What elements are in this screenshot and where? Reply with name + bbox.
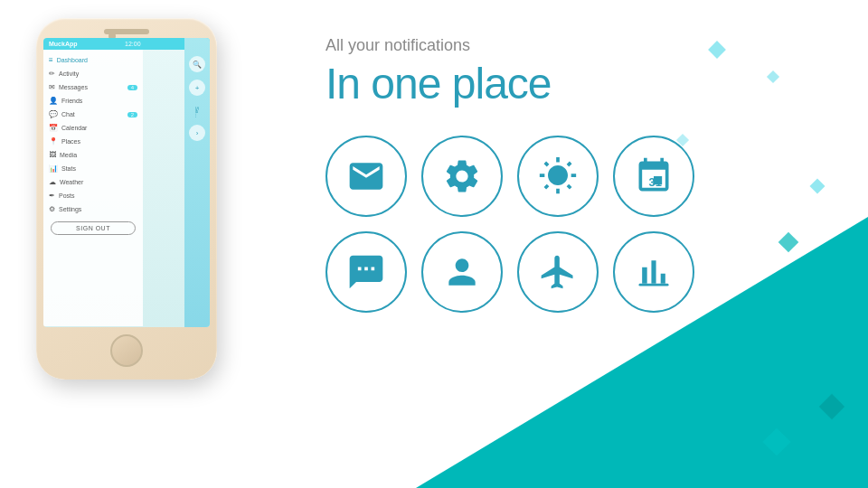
search-side-btn[interactable]: 🔍	[189, 56, 205, 72]
calendar-icon: 31	[634, 156, 674, 196]
person-icon-circle	[421, 231, 503, 313]
menu-item-stats[interactable]: 📊 Stats	[43, 162, 143, 175]
main-content: All your notifications In one place 31	[271, 0, 868, 488]
gear-icon-circle	[421, 136, 503, 217]
nav-side-btn[interactable]: ›	[189, 125, 205, 141]
posts-icon: ✒	[49, 192, 55, 200]
phone-screen: MuckApp 12:00 100% ≡ Dashboard ✏ Activit…	[43, 38, 210, 327]
chat-badge: 2	[127, 112, 137, 117]
menu-item-friends[interactable]: 👤 Friends	[43, 94, 143, 108]
stats-icon-circle	[613, 231, 694, 313]
menu-item-weather[interactable]: ☁ Weather	[43, 175, 143, 189]
app-time: 12:00	[125, 41, 141, 47]
person-icon	[442, 252, 482, 292]
messages-icon: ✉	[49, 83, 55, 91]
stats-icon	[634, 252, 674, 292]
friends-icon: 👤	[49, 97, 58, 105]
svg-text:31: 31	[649, 175, 662, 189]
menu-item-settings[interactable]: ⚙ Settings	[43, 202, 143, 216]
media-icon: 🖼	[49, 151, 56, 159]
places-icon: 📍	[49, 137, 58, 145]
svg-rect-1	[639, 284, 669, 286]
chat-menu-icon: 💬	[49, 110, 58, 118]
home-button[interactable]	[110, 334, 143, 367]
subtitle: All your notifications	[326, 36, 832, 55]
messages-badge: 4	[127, 85, 137, 90]
mail-icon-circle	[326, 136, 407, 217]
menu-item-posts[interactable]: ✒ Posts	[43, 189, 143, 202]
weather-icon	[538, 156, 578, 196]
menu-item-calendar[interactable]: 📅 Calendar	[43, 121, 143, 135]
calendar-icon-circle: 31	[613, 136, 694, 217]
phone-body: MuckApp 12:00 100% ≡ Dashboard ✏ Activit…	[36, 18, 217, 380]
action-side-btn[interactable]: +	[189, 80, 205, 96]
mail-icon	[346, 156, 386, 196]
menu-item-media[interactable]: 🖼 Media	[43, 148, 143, 162]
dashboard-icon: ≡	[49, 56, 53, 64]
plane-icon-circle	[517, 231, 599, 313]
menu-item-dashboard[interactable]: ≡ Dashboard	[43, 53, 143, 67]
activity-icon: ✏	[49, 70, 55, 78]
app-name: MuckApp	[49, 41, 78, 47]
calendar-menu-icon: 📅	[49, 124, 58, 132]
weather-icon-circle	[517, 136, 599, 217]
settings-menu-icon: ⚙	[49, 205, 55, 213]
headline: In one place	[326, 59, 832, 108]
chat-icon-circle	[326, 231, 407, 313]
plane-icon	[538, 252, 578, 292]
signout-button[interactable]: SIGN OUT	[51, 221, 136, 235]
icon-grid: 31	[326, 136, 832, 313]
menu-item-places[interactable]: 📍 Places	[43, 135, 143, 148]
screen-right-panel: 🔍 + Se... ›	[184, 38, 210, 327]
app-sidebar: ≡ Dashboard ✏ Activity ✉ Messages 4 👤	[43, 50, 143, 326]
menu-item-messages[interactable]: ✉ Messages 4	[43, 80, 143, 94]
chat-icon	[346, 252, 386, 292]
phone-mockup: MuckApp 12:00 100% ≡ Dashboard ✏ Activit…	[36, 18, 217, 380]
menu-item-chat[interactable]: 💬 Chat 2	[43, 108, 143, 121]
side-label: Se...	[194, 107, 200, 117]
stats-menu-icon: 📊	[49, 164, 58, 173]
weather-menu-icon: ☁	[49, 178, 56, 186]
gear-icon	[442, 156, 482, 196]
menu-item-activity[interactable]: ✏ Activity	[43, 67, 143, 80]
